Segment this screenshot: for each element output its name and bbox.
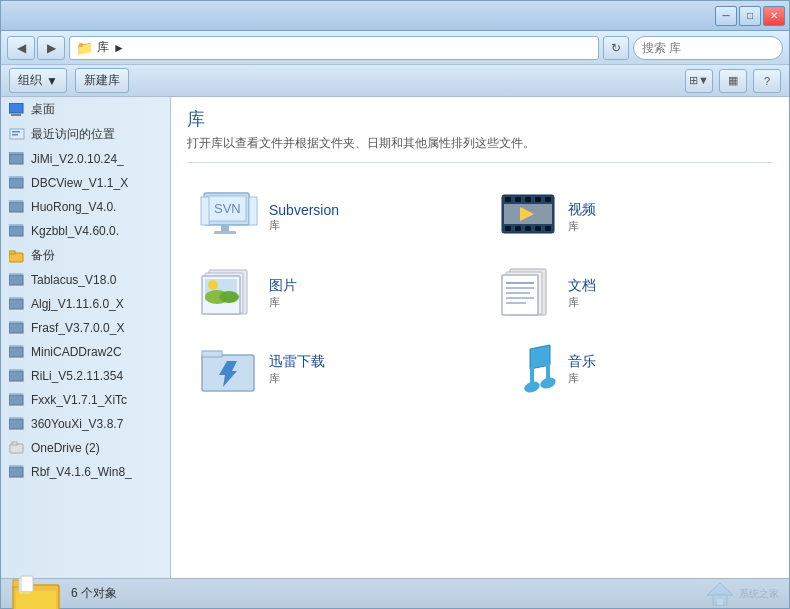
pictures-type: 库 — [269, 295, 297, 310]
sidebar-label-kgzbbl: Kgzbbl_V4.60.0. — [31, 224, 119, 238]
subversion-name: Subversion — [269, 202, 339, 218]
sidebar-label-dbcview: DBCView_V1.1_X — [31, 176, 128, 190]
svg-rect-36 — [221, 225, 229, 231]
title-bar: ─ □ ✕ — [1, 1, 789, 31]
status-bar: 6 个对象 系统之家 — [1, 578, 789, 608]
svg-rect-62 — [502, 275, 538, 315]
music-icon — [498, 343, 558, 395]
sidebar-item-huorong[interactable]: HuoRong_V4.0. — [1, 195, 170, 219]
music-name: 音乐 — [568, 353, 596, 371]
details-pane-button[interactable]: ▦ — [719, 69, 747, 93]
svg-rect-42 — [515, 197, 521, 202]
sidebar-item-fxxk[interactable]: Fxxk_V1.7.1_XiTc — [1, 388, 170, 412]
backup-icon — [9, 248, 25, 264]
svg-rect-43 — [525, 197, 531, 202]
documents-icon — [498, 267, 558, 319]
sidebar-label-fxxk: Fxxk_V1.7.1_XiTc — [31, 393, 127, 407]
sidebar-item-recent[interactable]: 最近访问的位置 — [1, 122, 170, 147]
svg-rect-69 — [202, 351, 222, 357]
svg-rect-45 — [545, 197, 551, 202]
svg-rect-4 — [12, 134, 18, 136]
thunder-type: 库 — [269, 371, 325, 386]
svg-rect-26 — [9, 393, 23, 395]
svg-rect-50 — [545, 226, 551, 231]
pictures-name: 图片 — [269, 277, 297, 295]
onedrive-icon — [9, 440, 25, 456]
back-button[interactable]: ◀ — [7, 36, 35, 60]
forward-button[interactable]: ▶ — [37, 36, 65, 60]
sidebar-item-dbcview[interactable]: DBCView_V1.1_X — [1, 171, 170, 195]
svg-rect-24 — [9, 369, 23, 371]
sidebar-item-frasf[interactable]: Frasf_V3.7.0.0_X — [1, 316, 170, 340]
sidebar-label-minicad: MiniCADDraw2C — [31, 345, 122, 359]
content-description: 打开库以查看文件并根据文件夹、日期和其他属性排列这些文件。 — [187, 135, 773, 163]
sidebar-label-rili: RiLi_V5.2.11.354 — [31, 369, 123, 383]
search-box[interactable]: 🔍 — [633, 36, 783, 60]
svg-rect-30 — [12, 442, 17, 445]
watermark-house-icon — [705, 581, 735, 607]
thunder-name: 迅雷下载 — [269, 353, 325, 371]
svg-rect-17 — [9, 299, 23, 309]
search-input[interactable] — [642, 41, 790, 55]
svg-rect-82 — [717, 599, 723, 605]
content-title: 库 — [187, 107, 773, 131]
subversion-info: Subversion 库 — [269, 202, 339, 233]
svg-marker-80 — [707, 583, 733, 595]
subversion-icon: SVN — [199, 191, 259, 243]
library-item-subversion[interactable]: SVN Subversion 库 — [191, 183, 470, 251]
sidebar-label-recent: 最近访问的位置 — [31, 126, 115, 143]
svg-rect-44 — [535, 197, 541, 202]
svg-rect-1 — [11, 114, 21, 116]
organize-button[interactable]: 组织 ▼ — [9, 68, 67, 93]
svg-rect-31 — [9, 467, 23, 477]
sidebar-item-youxi[interactable]: 360YouXi_V3.8.7 — [1, 412, 170, 436]
svg-rect-49 — [535, 226, 541, 231]
sidebar-label-youxi: 360YouXi_V3.8.7 — [31, 417, 123, 431]
minimize-button[interactable]: ─ — [715, 6, 737, 26]
sidebar-item-minicad[interactable]: MiniCADDraw2C — [1, 340, 170, 364]
svg-rect-41 — [505, 197, 511, 202]
library-item-documents[interactable]: 文档 库 — [490, 259, 769, 327]
svg-rect-0 — [9, 103, 23, 113]
library-grid: SVN Subversion 库 — [187, 179, 773, 407]
sidebar-item-rbf[interactable]: Rbf_V4.1.6_Win8_ — [1, 460, 170, 484]
library-item-music[interactable]: 音乐 库 — [490, 335, 769, 403]
maximize-button[interactable]: □ — [739, 6, 761, 26]
svg-rect-5 — [9, 154, 23, 164]
library-item-thunder[interactable]: 迅雷下载 库 — [191, 335, 470, 403]
sidebar-item-jimi[interactable]: JiMi_V2.0.10.24_ — [1, 147, 170, 171]
svg-rect-20 — [9, 321, 23, 323]
svg-rect-14 — [9, 251, 15, 254]
svg-point-59 — [219, 291, 239, 303]
video-icon — [498, 191, 558, 243]
sidebar-item-kgzbbl[interactable]: Kgzbbl_V4.60.0. — [1, 219, 170, 243]
sidebar-item-backup[interactable]: 备份 — [1, 243, 170, 268]
new-library-button[interactable]: 新建库 — [75, 68, 129, 93]
sidebar-item-desktop[interactable]: 桌面 — [1, 97, 170, 122]
svg-rect-21 — [9, 347, 23, 357]
documents-type: 库 — [568, 295, 596, 310]
sidebar-item-algj[interactable]: Algj_V1.11.6.0_X — [1, 292, 170, 316]
sidebar-item-rili[interactable]: RiLi_V5.2.11.354 — [1, 364, 170, 388]
new-library-label: 新建库 — [84, 72, 120, 89]
sidebar-label-rbf: Rbf_V4.1.6_Win8_ — [31, 465, 132, 479]
sidebar-item-tablacus[interactable]: Tablacus_V18.0 — [1, 268, 170, 292]
svg-rect-7 — [9, 178, 23, 188]
library-item-pictures[interactable]: 图片 库 — [191, 259, 470, 327]
rili-icon — [9, 368, 25, 384]
desktop-icon — [9, 102, 25, 118]
close-button[interactable]: ✕ — [763, 6, 785, 26]
path-folder-icon: 📁 — [76, 40, 93, 56]
sidebar-item-onedrive[interactable]: OneDrive (2) — [1, 436, 170, 460]
help-button[interactable]: ? — [753, 69, 781, 93]
refresh-button[interactable]: ↻ — [603, 36, 629, 60]
svg-rect-48 — [525, 226, 531, 231]
library-item-video[interactable]: 视频 库 — [490, 183, 769, 251]
svg-rect-11 — [9, 226, 23, 236]
sidebar: 桌面 最近访问的位置 JiMi_V2.0.10.24_ — [1, 97, 171, 578]
svg-rect-25 — [9, 395, 23, 405]
sidebar-label-jimi: JiMi_V2.0.10.24_ — [31, 152, 124, 166]
address-path[interactable]: 📁 库 ► — [69, 36, 599, 60]
sidebar-label-backup: 备份 — [31, 247, 55, 264]
view-toggle-button[interactable]: ⊞▼ — [685, 69, 713, 93]
